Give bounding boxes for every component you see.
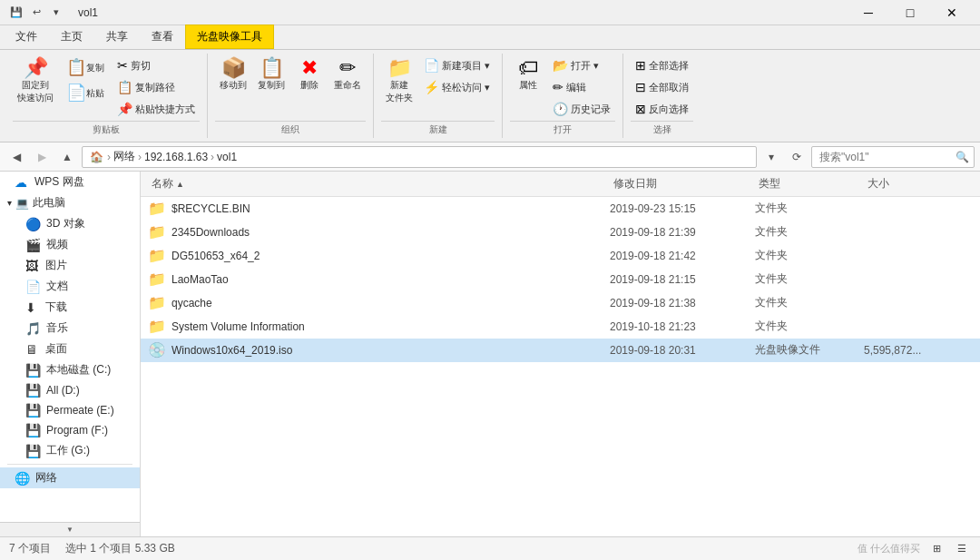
sidebar-item-drive-d[interactable]: 💾 All (D:)	[0, 380, 140, 400]
thumbnail-view-button[interactable]: ⊞	[927, 540, 946, 558]
pictures-icon: 🖼	[25, 259, 40, 273]
back-button[interactable]: ◀	[5, 146, 27, 168]
col-header-date[interactable]: 修改日期	[610, 174, 755, 193]
sidebar-scroll-down[interactable]: ▼	[0, 522, 140, 536]
folder-icon: 📁	[148, 318, 166, 335]
maximize-button[interactable]: □	[889, 0, 931, 25]
rename-button[interactable]: ✏ 重命名	[329, 55, 366, 94]
open-button[interactable]: 📂 打开 ▾	[548, 55, 615, 75]
breadcrumb-ip[interactable]: 192.168.1.63	[144, 151, 208, 163]
col-header-name[interactable]: 名称 ▲	[148, 174, 610, 193]
tab-view[interactable]: 查看	[140, 25, 185, 49]
qa-dropdown-btn[interactable]: ▾	[47, 4, 65, 22]
breadcrumb-vol[interactable]: vol1	[217, 151, 237, 163]
copy-path-button[interactable]: 📋 复制路径	[113, 77, 200, 97]
sidebar-item-drive-e[interactable]: 💾 Permeate (E:)	[0, 400, 140, 420]
sidebar-item-drive-f[interactable]: 💾 Program (F:)	[0, 420, 140, 440]
sort-arrow-icon: ▲	[176, 180, 184, 189]
item-count: 7 个项目	[9, 541, 51, 556]
sidebar-item-network[interactable]: 🌐 网络	[0, 467, 140, 488]
tab-disc-tools[interactable]: 光盘映像工具	[185, 25, 274, 49]
cut-button[interactable]: ✂ 剪切	[113, 55, 200, 75]
close-button[interactable]: ✕	[931, 0, 973, 25]
table-row[interactable]: 📁 qycache 2019-09-18 21:38 文件夹	[141, 291, 980, 315]
easy-access-button[interactable]: ⚡ 轻松访问 ▾	[419, 77, 495, 97]
sidebar-item-drive-g[interactable]: 💾 工作 (G:)	[0, 440, 140, 461]
copy-to-button[interactable]: 📋 复制到	[253, 55, 289, 94]
drive-e-icon: 💾	[25, 403, 41, 418]
open-group-label: 打开	[510, 121, 615, 136]
copy-button[interactable]: 📋 复制	[60, 55, 111, 79]
forward-button[interactable]: ▶	[31, 146, 53, 168]
sidebar-item-pictures[interactable]: 🖼 图片	[0, 255, 140, 276]
title-bar-left: 💾 ↩ ▾ vol1	[7, 4, 98, 22]
folder-icon: 📁	[148, 294, 166, 311]
sidebar-item-downloads[interactable]: ⬇ 下载	[0, 297, 140, 318]
drive-f-icon: 💾	[25, 423, 41, 437]
dropdown-path-button[interactable]: ▾	[760, 146, 782, 168]
pin-to-quick-access-button[interactable]: 📌 固定到快速访问	[13, 55, 58, 107]
clipboard-group-label: 剪贴板	[13, 121, 200, 136]
delete-button[interactable]: ✖ 删除	[291, 55, 328, 94]
paste-shortcut-button[interactable]: 📌 粘贴快捷方式	[113, 99, 200, 119]
tab-file[interactable]: 文件	[4, 25, 49, 49]
undo-quick-btn[interactable]: ↩	[27, 4, 45, 22]
ribbon-tabs: 文件 主页 共享 查看 光盘映像工具	[0, 25, 980, 49]
window-title: vol1	[78, 6, 98, 19]
sidebar-label-wps: WPS 网盘	[34, 174, 84, 190]
move-to-button[interactable]: 📦 移动到	[215, 55, 251, 94]
select-group-label: 选择	[631, 121, 693, 136]
edit-button[interactable]: ✏ 编辑	[548, 77, 615, 97]
title-bar: 💾 ↩ ▾ vol1 ─ □ ✕	[0, 0, 980, 25]
sidebar-divider	[7, 464, 132, 465]
file-area: 名称 ▲ 修改日期 类型 大小 📁 $RECYCLE.BIN 2019-09-2…	[141, 172, 980, 536]
paste-icon: 📄	[66, 84, 86, 101]
tab-home[interactable]: 主页	[49, 25, 94, 49]
col-header-type[interactable]: 类型	[755, 174, 864, 193]
sidebar-item-wps[interactable]: ☁ WPS 网盘	[0, 172, 140, 192]
table-row[interactable]: 📁 DG510653_x64_2 2019-09-18 21:42 文件夹	[141, 244, 980, 268]
sidebar-item-3d[interactable]: 🔵 3D 对象	[0, 213, 140, 234]
sidebar-item-desktop[interactable]: 🖥 桌面	[0, 339, 140, 359]
search-input[interactable]	[811, 146, 975, 168]
tab-share[interactable]: 共享	[94, 25, 140, 49]
up-button[interactable]: ▲	[56, 146, 78, 168]
paste-shortcut-icon: 📌	[117, 102, 132, 116]
col-header-size[interactable]: 大小	[864, 174, 973, 193]
save-quick-btn[interactable]: 💾	[7, 4, 25, 22]
table-row[interactable]: 📁 System Volume Information 2019-10-18 2…	[141, 315, 980, 339]
new-item-button[interactable]: 📄 新建项目 ▾	[419, 55, 495, 75]
minimize-button[interactable]: ─	[848, 0, 889, 25]
address-path[interactable]: 🏠 › 网络 › 192.168.1.63 › vol1	[82, 146, 757, 168]
path-separator-3: ›	[211, 151, 214, 163]
chevron-down-icon: ▾	[7, 198, 12, 208]
sidebar-item-documents[interactable]: 📄 文档	[0, 276, 140, 297]
invert-selection-button[interactable]: ⊠ 反向选择	[631, 99, 693, 119]
select-all-button[interactable]: ⊞ 全部选择	[631, 55, 693, 75]
refresh-button[interactable]: ⟳	[786, 146, 808, 168]
select-none-button[interactable]: ⊟ 全部取消	[631, 77, 693, 97]
iso-file-icon: 💿	[148, 341, 166, 359]
ribbon-group-organize: 📦 移动到 📋 复制到 ✖ 删除 ✏ 重命名 组织	[208, 54, 374, 138]
sidebar-header-thispc[interactable]: ▾ 💻 此电脑	[0, 192, 140, 213]
table-row[interactable]: 📁 2345Downloads 2019-09-18 21:39 文件夹	[141, 221, 980, 244]
video-icon: 🎬	[25, 238, 41, 252]
3d-icon: 🔵	[25, 217, 41, 231]
delete-icon: ✖	[301, 58, 318, 78]
table-row[interactable]: 📁 $RECYCLE.BIN 2019-09-23 15:15 文件夹	[141, 197, 980, 221]
sidebar-item-drive-c[interactable]: 💾 本地磁盘 (C:)	[0, 359, 140, 380]
table-row[interactable]: 📁 LaoMaoTao 2019-09-18 21:15 文件夹	[141, 268, 980, 291]
sidebar-item-music[interactable]: 🎵 音乐	[0, 318, 140, 339]
history-button[interactable]: 🕐 历史记录	[548, 99, 615, 119]
new-folder-button[interactable]: 📁 新建文件夹	[381, 55, 417, 107]
paste-button[interactable]: 📄 粘贴	[60, 81, 111, 104]
folder-icon: 📁	[148, 223, 166, 241]
list-view-button[interactable]: ☰	[953, 540, 971, 558]
documents-icon: 📄	[25, 280, 41, 294]
sidebar-item-video[interactable]: 🎬 视频	[0, 234, 140, 255]
table-row[interactable]: 💿 Windows10x64_2019.iso 2019-09-18 20:31…	[141, 339, 980, 362]
edit-icon: ✏	[553, 80, 564, 94]
properties-button[interactable]: 🏷 属性	[510, 55, 546, 94]
history-icon: 🕐	[553, 102, 568, 116]
breadcrumb-network[interactable]: 网络	[113, 149, 135, 164]
